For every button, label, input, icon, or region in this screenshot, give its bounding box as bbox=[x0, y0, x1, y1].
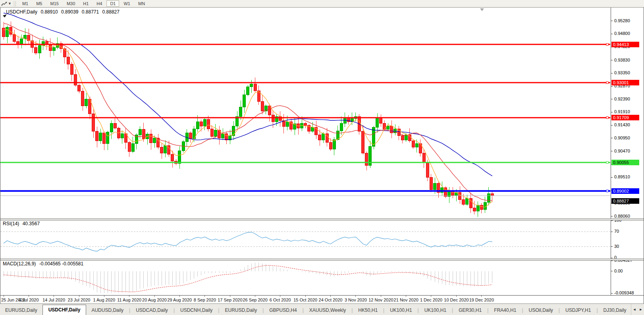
toolbar: ▼ M1M5M15M30H1H4D1W1MN bbox=[0, 0, 644, 8]
timeframe-button-M30[interactable]: M30 bbox=[63, 0, 79, 7]
date-axis-tick bbox=[129, 296, 129, 297]
rsi-axis-tick bbox=[611, 246, 613, 247]
date-axis-label: 11 Aug 2020 bbox=[117, 298, 141, 302]
macd-histogram bbox=[4, 263, 492, 293]
chart-tab-hk50-h1[interactable]: HK50,H1 bbox=[353, 305, 383, 315]
candle-bear bbox=[35, 48, 37, 53]
price-axis-tick bbox=[611, 21, 613, 21]
ma-line-mid bbox=[4, 23, 492, 201]
line-handle[interactable] bbox=[606, 161, 608, 163]
right-arrow-icon[interactable]: ► bbox=[638, 305, 644, 314]
price-chart-canvas bbox=[0, 8, 610, 218]
candle-bull bbox=[85, 99, 88, 106]
chart-tab-usdcnh-daily[interactable]: USDCNH,Daily bbox=[175, 305, 218, 315]
chart-shift-marker[interactable] bbox=[480, 8, 484, 11]
ohlc-open: 0.88910 bbox=[40, 9, 58, 15]
date-axis-tick bbox=[179, 296, 180, 297]
date-axis-tick bbox=[4, 296, 4, 297]
date-axis-label: 10 Dec 2020 bbox=[444, 298, 469, 302]
timeframe-button-M5[interactable]: M5 bbox=[33, 0, 46, 7]
chart-tab-audusd-daily[interactable]: AUDUSD,Daily bbox=[86, 305, 129, 315]
chart-tab-dj30-daily[interactable]: DJ30,Daily bbox=[598, 305, 632, 315]
date-axis-label: 1 Aug 2020 bbox=[93, 298, 115, 302]
chart-tab-usdchf-daily[interactable]: USDCHF,Daily bbox=[42, 305, 87, 315]
chart-tab-xauusd-weekly[interactable]: XAUUSD,Weekly bbox=[304, 305, 351, 315]
price-axis-tick-label: 0.93350 bbox=[614, 70, 630, 75]
line-handle[interactable] bbox=[606, 43, 608, 45]
chart-crosshair-icon[interactable] bbox=[1, 1, 8, 6]
candle-bear bbox=[318, 135, 321, 140]
price-axis-tick-label: 0.92390 bbox=[614, 97, 630, 101]
candle-bear bbox=[272, 115, 274, 122]
line-handle[interactable] bbox=[606, 117, 608, 119]
price-level-chip: 0.91709 bbox=[611, 115, 639, 120]
date-axis-tick bbox=[481, 296, 482, 297]
line-handle[interactable] bbox=[606, 82, 608, 84]
chart-tabs-bar: EURUSD,DailyUSDCHF,DailyAUDUSD,Daily|USD… bbox=[0, 303, 644, 315]
chart-crosshair-icon-svg bbox=[1, 1, 8, 6]
candle-bear bbox=[383, 123, 386, 129]
candle-bear bbox=[254, 84, 256, 91]
timeframe-button-D1[interactable]: D1 bbox=[106, 0, 119, 7]
chart-tab-eurusd-daily[interactable]: EURUSD,Daily bbox=[0, 305, 42, 315]
timeframe-button-H4[interactable]: H4 bbox=[93, 0, 106, 7]
timeframe-button-W1[interactable]: W1 bbox=[120, 0, 134, 7]
candle-bear bbox=[49, 45, 52, 51]
date-axis-label: 15 Oct 2020 bbox=[293, 298, 317, 302]
pane-splitter[interactable] bbox=[0, 218, 644, 220]
chart-tab-uk100-h1[interactable]: UK100,H1 bbox=[385, 305, 417, 315]
tab-scroll-buttons: ◄ ► bbox=[631, 304, 644, 315]
date-axis-tick bbox=[104, 296, 104, 297]
candle-bear bbox=[459, 192, 461, 199]
line-handle[interactable] bbox=[606, 190, 608, 192]
timeframe-button-M1[interactable]: M1 bbox=[19, 0, 32, 7]
candle-bull bbox=[434, 184, 436, 190]
caret-down-icon[interactable]: ▼ bbox=[8, 2, 12, 6]
candle-bear bbox=[426, 162, 429, 177]
candle-bear bbox=[96, 131, 98, 141]
timeframe-button-H1[interactable]: H1 bbox=[79, 0, 92, 7]
timeframe-button-M15[interactable]: M15 bbox=[46, 0, 62, 7]
price-level-chip: 0.93001 bbox=[611, 80, 639, 85]
date-axis-label: 12 Nov 2020 bbox=[368, 298, 393, 302]
chart-tab-eurusd-daily[interactable]: EURUSD,Daily bbox=[220, 305, 262, 315]
chart-tab-usdjpy-h1[interactable]: USDJPY,H1 bbox=[560, 305, 596, 315]
candles bbox=[2, 21, 494, 217]
date-axis-tick bbox=[305, 296, 306, 297]
macd-axis-tick bbox=[611, 261, 613, 261]
price-axis-tick-label: 0.91430 bbox=[614, 122, 630, 127]
candle-bear bbox=[2, 28, 5, 37]
candle-bear bbox=[171, 155, 174, 161]
chart-tab-ger30-h1[interactable]: GER30,H1 bbox=[453, 305, 487, 315]
candle-bull bbox=[247, 87, 249, 95]
candle-bear bbox=[380, 118, 382, 124]
left-arrow-icon[interactable]: ◄ bbox=[631, 305, 638, 314]
chart-area: USDCHF,Daily 0.88910 0.89039 0.88771 0.8… bbox=[0, 7, 644, 304]
toolbar-grip[interactable] bbox=[14, 1, 16, 6]
price-axis-tick-label: 0.89510 bbox=[614, 174, 630, 179]
candle-bear bbox=[200, 122, 202, 126]
chart-tab-fra40-h1[interactable]: FRA40,H1 bbox=[489, 305, 521, 315]
candle-bull bbox=[487, 194, 490, 203]
price-axis-tick-label: 0.91910 bbox=[614, 109, 630, 114]
candle-bull bbox=[6, 27, 9, 37]
candle-bear bbox=[365, 153, 368, 165]
date-axis-label: 6 Oct 2020 bbox=[270, 298, 291, 302]
chart-tab-usoil-daily[interactable]: USOil,Daily bbox=[524, 305, 558, 315]
candle-bull bbox=[387, 126, 389, 129]
candle-bear bbox=[268, 106, 271, 115]
date-axis-tick bbox=[54, 296, 54, 297]
candle-bear bbox=[160, 147, 163, 153]
timeframe-button-MN[interactable]: MN bbox=[135, 0, 148, 7]
chart-tab-usdcad-daily[interactable]: USDCAD,Daily bbox=[131, 305, 173, 315]
candle-bull bbox=[196, 122, 199, 129]
chart-tab-uk100-h1[interactable]: UK100,H1 bbox=[419, 305, 451, 315]
price-axis-tick-label: 0.93830 bbox=[614, 58, 630, 62]
macd-axis-tick bbox=[611, 271, 613, 271]
chart-tab-gbpusd-h4[interactable]: GBPUSD,H4 bbox=[264, 305, 302, 315]
candle-bull bbox=[99, 133, 102, 141]
date-axis-label: 20 Aug 2020 bbox=[142, 298, 167, 302]
date-axis-label: 3 Nov 2020 bbox=[345, 298, 367, 302]
candle-bear bbox=[210, 129, 213, 136]
pane-splitter[interactable] bbox=[0, 259, 644, 261]
